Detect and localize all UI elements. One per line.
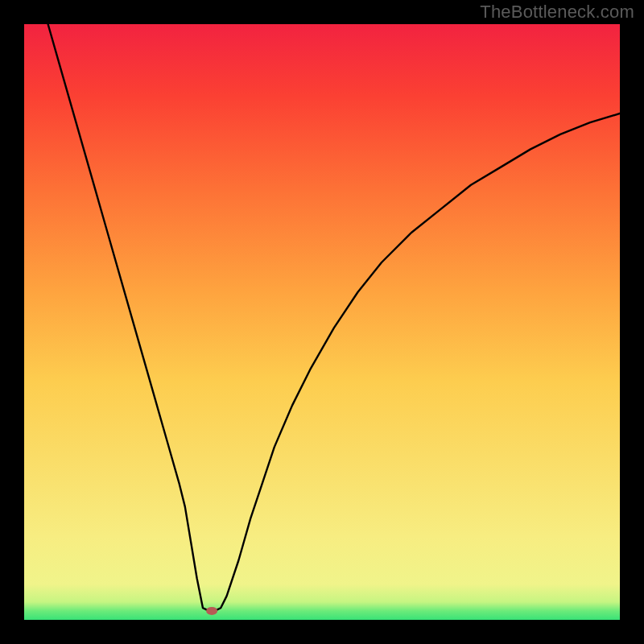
optimal-point-marker — [206, 607, 217, 615]
bottleneck-chart — [24, 24, 620, 620]
watermark-text: TheBottleneck.com — [480, 2, 634, 23]
gradient-background — [24, 24, 620, 620]
chart-frame: TheBottleneck.com — [0, 0, 644, 644]
